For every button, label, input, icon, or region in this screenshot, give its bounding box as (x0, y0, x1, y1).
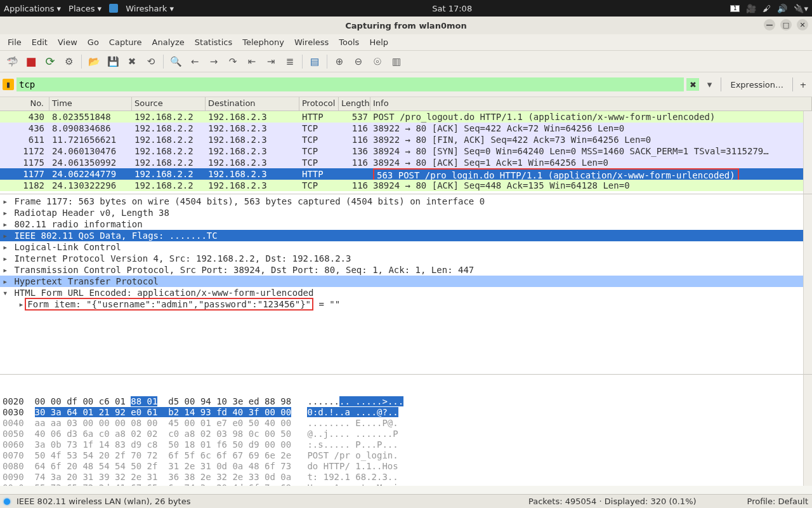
add-filter-button[interactable]: + (797, 80, 809, 90)
separator (327, 55, 327, 69)
shark-fin-icon[interactable]: 🦈 (3, 52, 22, 71)
reload-button[interactable]: ⟲ (141, 52, 160, 71)
clock[interactable]: Sat 17:08 (174, 4, 731, 13)
packet-details[interactable]: ▸ Frame 1177: 563 bytes on wire (4504 bi… (0, 194, 812, 374)
separator (163, 55, 164, 69)
packet-bytes[interactable]: 0020 00 00 df 00 c6 01 88 01 d5 00 94 10… (0, 374, 812, 486)
detail-row[interactable]: ▸ Hypertext Transfer Protocol (0, 276, 812, 287)
brush-icon[interactable]: 🖌 (763, 4, 771, 13)
hex-row[interactable]: 0020 00 00 df 00 c6 01 88 01 d5 00 94 10… (3, 396, 809, 407)
window-titlebar: Capturing from wlan0mon — □ ✕ (0, 17, 812, 34)
col-time[interactable]: Time (49, 97, 132, 110)
restart-capture-button[interactable]: ⟳ (41, 52, 60, 71)
detail-row[interactable]: ▸ Form item: "{"username":"admin","passw… (0, 298, 812, 310)
packet-row[interactable]: 61111.721656621192.168.2.2192.168.2.3TCP… (0, 134, 812, 145)
menu-wireless[interactable]: Wireless (291, 36, 332, 48)
hex-row[interactable]: 0050 40 06 d3 6a c0 a8 02 02 c0 a8 02 03… (3, 429, 809, 439)
expression-button[interactable]: Expression… (725, 79, 789, 91)
packet-row[interactable]: 117524.061350992192.168.2.2192.168.2.3TC… (0, 157, 812, 168)
packet-row[interactable]: 4308.023551848192.168.2.2192.168.2.3HTTP… (0, 111, 812, 123)
hex-row[interactable]: 0040 aa aa 03 00 00 00 08 00 45 00 01 e7… (3, 418, 809, 429)
places-menu[interactable]: Places ▾ (69, 4, 102, 13)
col-info[interactable]: Info (370, 97, 812, 110)
zoom-reset-button[interactable]: ⦾ (368, 52, 387, 71)
hex-row[interactable]: 0080 64 6f 20 48 54 54 50 2f 31 2e 31 0d… (3, 461, 809, 472)
detail-row[interactable]: ▸ 802.11 radio information (0, 218, 812, 230)
find-button[interactable]: 🔍 (166, 52, 185, 71)
packet-list[interactable]: 4308.023551848192.168.2.2192.168.2.3HTTP… (0, 111, 812, 194)
open-file-button[interactable]: 📂 (84, 52, 103, 71)
colorize-button[interactable]: ▤ (305, 52, 324, 71)
go-forward-button[interactable]: → (204, 52, 223, 71)
save-file-button[interactable]: 💾 (103, 52, 122, 71)
detail-row[interactable]: ▸ Frame 1177: 563 bytes on wire (4504 bi… (0, 196, 812, 207)
app-menu[interactable]: Wireshark ▾ (109, 4, 174, 13)
col-len[interactable]: Length (339, 97, 370, 110)
col-dst[interactable]: Destination (206, 97, 299, 110)
zoom-out-button[interactable]: ⊖ (349, 52, 368, 71)
resize-columns-button[interactable]: ▥ (387, 52, 406, 71)
wireshark-icon (109, 4, 118, 13)
workspace-indicator[interactable]: 1 (730, 5, 740, 12)
display-filter-input[interactable] (16, 77, 684, 91)
packet-list-header[interactable]: No. Time Source Destination Protocol Len… (0, 97, 812, 111)
close-file-button[interactable]: ✖ (122, 52, 141, 71)
maximize-button[interactable]: □ (780, 19, 792, 30)
detail-row[interactable]: ▾ HTML Form URL Encoded: application/x-w… (0, 287, 812, 298)
status-profile[interactable]: Profile: Default (747, 497, 808, 506)
detail-row[interactable]: ▸ Internet Protocol Version 4, Src: 192.… (0, 253, 812, 264)
menu-help[interactable]: Help (365, 36, 392, 48)
minimize-button[interactable]: — (764, 19, 775, 30)
packet-row[interactable]: 117724.062244779192.168.2.2192.168.2.3HT… (0, 168, 812, 180)
video-icon[interactable]: 🎥 (746, 4, 756, 13)
go-first-button[interactable]: ⇤ (242, 52, 261, 71)
hex-row[interactable]: 0070 50 4f 53 54 20 2f 70 72 6f 5f 6c 6f… (3, 450, 809, 461)
packet-list-scrollbar[interactable] (803, 111, 812, 194)
go-back-button[interactable]: ← (185, 52, 204, 71)
close-button[interactable]: ✕ (797, 19, 808, 30)
hex-row[interactable]: 00a0 55 73 65 72 2d 41 67 65 6e 74 3a 20… (3, 483, 809, 486)
capture-options-button[interactable]: ⚙ (60, 52, 79, 71)
menu-capture[interactable]: Capture (105, 36, 146, 48)
zoom-in-button[interactable]: ⊕ (330, 52, 349, 71)
hex-scrollbar[interactable] (803, 375, 812, 486)
expert-info-icon[interactable] (4, 498, 10, 505)
power-icon[interactable]: 🔌▾ (794, 4, 808, 13)
go-last-button[interactable]: ⇥ (261, 52, 280, 71)
status-description: IEEE 802.11 wireless LAN (wlan), 26 byte… (16, 497, 190, 506)
hex-row[interactable]: 0060 3a 0b 73 1f 14 83 d9 c8 50 18 01 f6… (3, 439, 809, 450)
go-to-packet-button[interactable]: ↷ (223, 52, 242, 71)
toolbar: 🦈 ■ ⟳ ⚙ 📂 💾 ✖ ⟲ 🔍 ← → ↷ ⇤ ⇥ ≣ ▤ ⊕ ⊖ ⦾ ▥ (0, 51, 812, 72)
menu-view[interactable]: View (54, 36, 81, 48)
detail-row[interactable]: ▸ Transmission Control Protocol, Src Por… (0, 264, 812, 276)
menu-go[interactable]: Go (84, 36, 103, 48)
separator (81, 55, 82, 69)
col-proto[interactable]: Protocol (299, 97, 339, 110)
menu-analyze[interactable]: Analyze (148, 36, 188, 48)
menu-edit[interactable]: Edit (28, 36, 51, 48)
packet-row[interactable]: 117224.060130476192.168.2.2192.168.2.3TC… (0, 145, 812, 157)
volume-icon[interactable]: 🔊 (777, 4, 787, 13)
menu-telephony[interactable]: Telephony (239, 36, 288, 48)
packet-row[interactable]: 4368.090834686192.168.2.2192.168.2.3TCP1… (0, 123, 812, 134)
menu-file[interactable]: File (4, 36, 25, 48)
detail-row[interactable]: ▸ IEEE 802.11 QoS Data, Flags: .......TC (0, 230, 812, 241)
auto-scroll-button[interactable]: ≣ (280, 52, 299, 71)
col-no[interactable]: No. (0, 97, 49, 110)
hex-row[interactable]: 0090 74 3a 20 31 39 32 2e 31 36 38 2e 32… (3, 472, 809, 483)
bookmark-filter-icon[interactable]: ▮ (3, 79, 14, 90)
col-src[interactable]: Source (132, 97, 206, 110)
detail-row[interactable]: ▸ Radiotap Header v0, Length 38 (0, 207, 812, 218)
stop-capture-button[interactable]: ■ (22, 52, 41, 71)
menu-statistics[interactable]: Statistics (191, 36, 236, 48)
apps-menu[interactable]: Applications ▾ (4, 4, 61, 13)
apply-filter-button[interactable]: ▾ (702, 75, 717, 94)
clear-filter-button[interactable]: ✖ (686, 78, 699, 91)
menubar: File Edit View Go Capture Analyze Statis… (0, 34, 812, 51)
details-scrollbar[interactable] (803, 194, 812, 374)
menu-tools[interactable]: Tools (335, 36, 363, 48)
packet-row[interactable]: 118224.130322296192.168.2.2192.168.2.3TC… (0, 180, 812, 191)
detail-row[interactable]: ▸ Logical-Link Control (0, 241, 812, 253)
window-title: Capturing from wlan0mon (345, 21, 466, 30)
hex-row[interactable]: 0030 30 3a 64 01 21 92 e0 61 b2 14 93 fd… (3, 407, 809, 418)
